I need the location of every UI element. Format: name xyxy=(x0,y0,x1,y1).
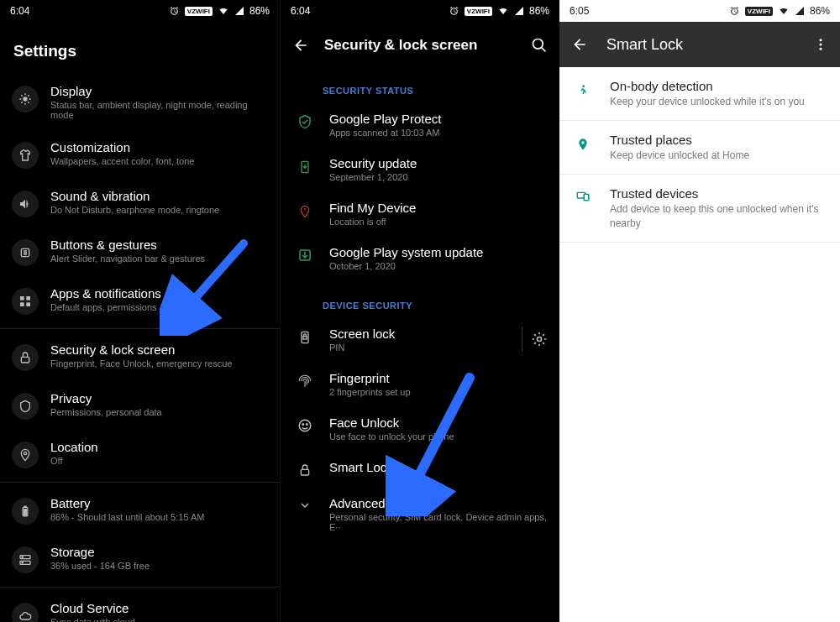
svg-rect-4 xyxy=(20,302,24,306)
divider xyxy=(0,328,280,329)
page-title: Smart Lock xyxy=(606,36,795,54)
settings-item-battery[interactable]: Battery86% - Should last until about 5:1… xyxy=(0,486,280,535)
svg-rect-9 xyxy=(24,510,27,515)
item-label: Google Play Protect xyxy=(329,112,441,126)
settings-item-location[interactable]: LocationOff xyxy=(0,430,280,478)
item-sub: Permissions, personal data xyxy=(50,407,162,417)
sec-item-screen-lock[interactable]: Screen lockPIN xyxy=(281,317,559,362)
section-security-status: SECURITY STATUS xyxy=(281,65,559,102)
item-sub: Off xyxy=(50,456,98,466)
status-icons: VZWIFI 86% xyxy=(169,5,270,17)
battery-pct: 86% xyxy=(529,5,549,17)
settings-item-cloud[interactable]: Cloud ServiceSync data with cloud xyxy=(0,591,280,622)
item-label: Google Play system update xyxy=(329,245,483,259)
item-sub: Do Not Disturb, earphone mode, ringtone xyxy=(50,205,219,215)
item-label: Trusted devices xyxy=(610,186,825,201)
lock-icon xyxy=(298,463,312,478)
wifi-icon xyxy=(218,6,229,16)
svg-rect-2 xyxy=(20,296,24,301)
settings-item-privacy[interactable]: PrivacyPermissions, personal data xyxy=(0,381,280,430)
signal-icon xyxy=(795,6,805,16)
item-sub: Alert Slider, navigation bar & gestures xyxy=(50,254,205,264)
chevron-down-icon xyxy=(298,499,312,512)
sec-item-face-unlock[interactable]: Face UnlockUse face to unlock your phone xyxy=(281,406,559,451)
sec-item-fingerprint[interactable]: Fingerprint2 fingerprints set up xyxy=(281,362,559,406)
item-label: Trusted places xyxy=(610,133,749,147)
back-icon[interactable] xyxy=(571,36,588,53)
apps-icon xyxy=(18,295,32,308)
item-sub: 86% - Should last until about 5:15 AM xyxy=(50,512,204,522)
settings-item-customization[interactable]: CustomizationWallpapers, accent color, f… xyxy=(0,130,280,179)
svg-point-30 xyxy=(820,44,822,46)
item-sub: 2 fingerprints set up xyxy=(329,387,411,397)
item-label: Fingerprint xyxy=(329,371,411,385)
settings-item-storage[interactable]: Storage36% used - 164 GB free xyxy=(0,535,280,583)
sec-item-play-protect[interactable]: Google Play ProtectApps scanned at 10:03… xyxy=(281,102,559,147)
carrier-badge: VZWIFI xyxy=(465,7,492,16)
sec-item-smart-lock[interactable]: Smart Lock xyxy=(281,451,559,487)
settings-item-buttons[interactable]: Buttons & gesturesAlert Slider, navigati… xyxy=(0,227,280,276)
item-label: Apps & notifications xyxy=(50,286,161,301)
item-sub: 36% used - 164 GB free xyxy=(50,561,150,571)
status-icons: VZWIFI 86% xyxy=(729,5,830,17)
item-label: Battery xyxy=(50,496,204,510)
item-label: Customization xyxy=(50,140,194,154)
sec-item-advanced[interactable]: AdvancedPersonal security, SIM card lock… xyxy=(281,487,559,541)
svg-rect-3 xyxy=(26,296,30,301)
page-title: Security & lock screen xyxy=(324,37,516,54)
item-sub: Keep device unlocked at Home xyxy=(610,149,749,162)
item-label: On-body detection xyxy=(610,79,805,93)
item-label: Find My Device xyxy=(329,201,416,215)
svg-point-33 xyxy=(581,142,584,144)
svg-rect-21 xyxy=(303,337,307,339)
svg-point-24 xyxy=(302,424,304,426)
sl-item-onbody[interactable]: On-body detectionKeep your device unlock… xyxy=(559,67,840,121)
back-icon[interactable] xyxy=(292,37,309,54)
item-sub: Default apps, permissions xyxy=(50,302,161,312)
item-sub: October 1, 2020 xyxy=(329,261,483,271)
more-icon[interactable] xyxy=(813,37,828,52)
svg-rect-26 xyxy=(301,469,308,475)
security-panel: 6:04 VZWIFI 86% Security & lock screen S… xyxy=(280,0,559,622)
svg-point-12 xyxy=(22,557,23,557)
item-sub: Status bar, ambient display, night mode,… xyxy=(50,100,268,120)
item-label: Privacy xyxy=(50,391,162,405)
lock-icon xyxy=(18,351,32,364)
item-label: Face Unlock xyxy=(329,416,454,430)
place-icon xyxy=(576,136,590,153)
item-label: Cloud Service xyxy=(50,601,135,615)
phone-update-icon xyxy=(298,159,312,175)
status-time: 6:04 xyxy=(10,5,29,17)
smart-lock-panel: 6:05 VZWIFI 86% Smart Lock On-body detec… xyxy=(559,0,840,622)
carrier-badge: VZWIFI xyxy=(745,7,773,16)
svg-point-23 xyxy=(299,420,311,431)
settings-item-sound[interactable]: Sound & vibrationDo Not Disturb, earphon… xyxy=(0,179,280,227)
sec-item-security-update[interactable]: Security updateSeptember 1, 2020 xyxy=(281,147,559,191)
alarm-icon xyxy=(449,6,459,17)
battery-pct: 86% xyxy=(810,5,830,17)
carrier-badge: VZWIFI xyxy=(185,7,213,16)
svg-point-25 xyxy=(307,424,308,426)
sec-item-find-device[interactable]: Find My DeviceLocation is off xyxy=(281,191,559,236)
item-sub: Sync data with cloud xyxy=(50,617,135,622)
item-sub: September 1, 2020 xyxy=(329,172,417,182)
settings-item-apps[interactable]: Apps & notificationsDefault apps, permis… xyxy=(0,276,280,325)
item-label: Screen lock xyxy=(329,327,395,341)
svg-rect-35 xyxy=(584,195,588,201)
sl-item-trusted-places[interactable]: Trusted placesKeep device unlocked at Ho… xyxy=(559,121,840,175)
settings-item-security[interactable]: Security & lock screenFingerprint, Face … xyxy=(0,332,280,381)
settings-item-display[interactable]: DisplayStatus bar, ambient display, nigh… xyxy=(0,74,280,130)
item-label: Sound & vibration xyxy=(50,189,219,203)
phone-lock-icon xyxy=(298,329,312,346)
alarm-icon xyxy=(169,6,180,17)
gear-icon[interactable] xyxy=(531,331,548,348)
volume-icon xyxy=(18,197,32,211)
item-label: Storage xyxy=(50,545,150,559)
sl-item-trusted-devices[interactable]: Trusted devicesAdd device to keep this o… xyxy=(559,175,840,242)
svg-point-0 xyxy=(23,97,27,101)
sec-item-play-system-update[interactable]: Google Play system updateOctober 1, 2020 xyxy=(281,236,559,280)
status-icons: VZWIFI 86% xyxy=(449,5,549,17)
walk-icon xyxy=(576,82,590,99)
search-icon[interactable] xyxy=(531,37,548,54)
devices-icon xyxy=(575,190,591,203)
